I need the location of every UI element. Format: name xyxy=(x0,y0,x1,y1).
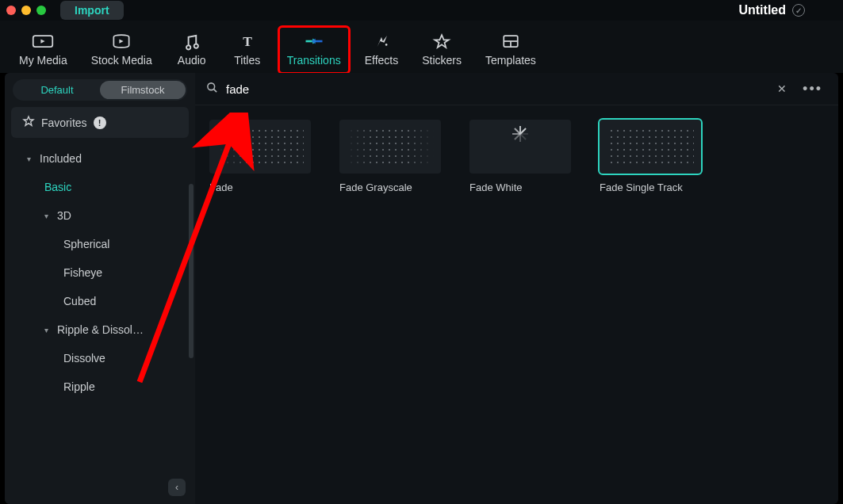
tab-effects[interactable]: Effects xyxy=(357,27,407,73)
caret-down-icon: ▾ xyxy=(44,326,52,334)
sidebar-collapse-button[interactable]: ‹ xyxy=(168,479,186,496)
result-card-fade[interactable]: Fade xyxy=(209,120,311,193)
result-thumb xyxy=(469,120,571,174)
top-tab-bar: My Media Stock Media Audio T Titles xyxy=(0,21,843,73)
tree-label: Basic xyxy=(44,181,71,193)
result-card-fade-white[interactable]: Fade White xyxy=(469,120,571,193)
tree-label: Spherical xyxy=(63,238,109,250)
search-more-button[interactable]: ••• xyxy=(798,81,827,97)
tab-label: Stickers xyxy=(422,54,462,67)
source-toggle: Default Filmstock xyxy=(13,79,187,101)
result-card-fade-single-track[interactable]: Fade Single Track xyxy=(600,120,701,193)
my-media-icon xyxy=(32,32,54,51)
effects-icon xyxy=(370,32,393,51)
stickers-icon xyxy=(431,32,453,51)
window-titlebar: Import Untitled ✓ xyxy=(0,0,843,21)
sidebar-scrollbar[interactable] xyxy=(189,184,194,358)
search-bar: ✕ ••• xyxy=(195,73,838,105)
window-zoom-button[interactable] xyxy=(36,6,46,15)
result-card-fade-grayscale[interactable]: Fade Grayscale xyxy=(339,120,441,193)
audio-icon xyxy=(181,32,203,51)
tab-audio[interactable]: Audio xyxy=(168,27,216,73)
svg-point-6 xyxy=(385,44,388,46)
search-icon xyxy=(206,82,218,96)
svg-text:T: T xyxy=(243,33,252,49)
star-icon xyxy=(22,115,35,130)
sync-status-icon: ✓ xyxy=(792,4,805,17)
result-label: Fade Grayscale xyxy=(339,181,441,193)
tree-item-fisheye[interactable]: Fisheye xyxy=(5,258,195,287)
tree-item-dissolve[interactable]: Dissolve xyxy=(5,344,195,372)
tree-item-basic[interactable]: Basic xyxy=(5,173,195,201)
tree-item-ripple-dissolve[interactable]: ▾ Ripple & Dissol… xyxy=(5,315,195,344)
sidebar: Default Filmstock Favorites ! ▾ Included… xyxy=(5,73,195,504)
results-grid: Fade Fade Grayscale xyxy=(195,105,838,208)
tree-label: 3D xyxy=(57,209,71,222)
tree-label: Cubed xyxy=(63,295,96,307)
tree-item-cubed[interactable]: Cubed xyxy=(5,287,195,315)
main-panel: Default Filmstock Favorites ! ▾ Included… xyxy=(5,73,838,504)
tab-label: Transitions xyxy=(287,54,341,67)
tab-label: Titles xyxy=(234,54,260,67)
tab-stock-media[interactable]: Stock Media xyxy=(83,27,160,73)
window-close-button[interactable] xyxy=(6,6,16,15)
category-tree: ▾ Included Basic ▾ 3D Spherical Fisheye … xyxy=(5,144,195,504)
result-thumb xyxy=(339,120,441,174)
tab-label: Audio xyxy=(178,54,206,67)
result-label: Fade xyxy=(209,181,311,193)
tree-label: Dissolve xyxy=(63,352,105,365)
caret-down-icon: ▾ xyxy=(44,212,52,220)
tab-titles[interactable]: T Titles xyxy=(224,27,271,73)
svg-point-10 xyxy=(208,83,215,90)
svg-line-11 xyxy=(213,89,216,92)
tab-my-media[interactable]: My Media xyxy=(11,27,75,73)
project-title: Untitled xyxy=(738,3,786,17)
tree-item-included[interactable]: ▾ Included xyxy=(5,144,195,173)
result-thumb xyxy=(600,120,701,174)
tab-label: Effects xyxy=(365,54,399,67)
import-button[interactable]: Import xyxy=(60,1,124,20)
tree-item-ripple[interactable]: Ripple xyxy=(5,372,195,401)
tab-stickers[interactable]: Stickers xyxy=(414,27,469,73)
source-pill-filmstock[interactable]: Filmstock xyxy=(100,81,186,99)
svg-marker-2 xyxy=(120,39,124,43)
tab-transitions[interactable]: Transitions xyxy=(279,27,349,73)
search-input[interactable] xyxy=(224,82,766,97)
svg-marker-1 xyxy=(41,39,45,43)
loading-spinner-icon xyxy=(508,134,533,159)
result-thumb xyxy=(209,120,311,174)
favorites-badge: ! xyxy=(94,116,106,129)
tree-label: Ripple xyxy=(63,380,95,393)
tab-label: Templates xyxy=(485,54,536,67)
window-traffic-lights xyxy=(6,6,46,15)
chevron-left-icon: ‹ xyxy=(175,482,178,493)
tree-label: Fisheye xyxy=(63,266,102,279)
templates-icon xyxy=(500,32,522,51)
tree-label: Included xyxy=(40,152,82,165)
titles-icon: T xyxy=(236,32,259,51)
sidebar-favorites[interactable]: Favorites ! xyxy=(11,107,189,138)
tab-templates[interactable]: Templates xyxy=(477,27,544,73)
window-minimize-button[interactable] xyxy=(21,6,31,15)
result-label: Fade Single Track xyxy=(600,181,701,193)
stock-media-icon xyxy=(110,32,132,51)
transitions-icon xyxy=(303,32,325,51)
tab-label: My Media xyxy=(19,54,67,67)
tree-item-3d[interactable]: ▾ 3D xyxy=(5,201,195,230)
search-clear-button[interactable]: ✕ xyxy=(774,79,790,98)
favorites-label: Favorites xyxy=(41,116,87,129)
result-label: Fade White xyxy=(469,181,571,193)
tree-label: Ripple & Dissol… xyxy=(57,323,144,336)
tab-label: Stock Media xyxy=(91,54,152,67)
tree-item-spherical[interactable]: Spherical xyxy=(5,230,195,258)
caret-down-icon: ▾ xyxy=(27,155,35,163)
content-panel: ✕ ••• Fade Fade Grayscale xyxy=(195,73,838,504)
project-title-area: Untitled ✓ xyxy=(738,3,837,17)
search-input-wrap xyxy=(206,82,766,97)
source-pill-default[interactable]: Default xyxy=(14,81,100,99)
